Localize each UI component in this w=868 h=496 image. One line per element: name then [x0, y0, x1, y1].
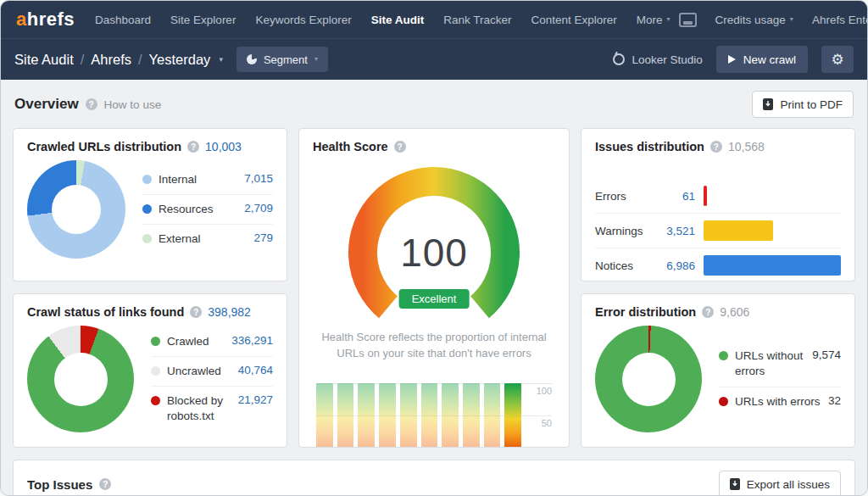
legend-item: Internal7,015: [142, 165, 273, 195]
card-health-score: Health Score ? 100: [298, 128, 570, 448]
device-icon[interactable]: [679, 13, 697, 27]
crawled-urls-legend: Internal7,015Resources2,709External279: [142, 165, 273, 254]
nav-item-credits-usage[interactable]: Credits usage▾: [715, 14, 793, 26]
legend-value[interactable]: 279: [253, 231, 273, 244]
help-icon[interactable]: ?: [710, 141, 722, 153]
legend-value: 32: [828, 394, 841, 407]
health-score-badge: Excellent: [399, 289, 470, 309]
card-title: Health Score: [313, 140, 388, 153]
issue-count[interactable]: 61: [658, 190, 695, 203]
card-title: Crawled URLs distribution: [27, 140, 181, 153]
segment-button[interactable]: Segment ▾: [236, 47, 328, 72]
print-to-pdf-label: Print to PDF: [780, 98, 843, 111]
nav-item-rank-tracker[interactable]: Rank Tracker: [443, 14, 511, 26]
nav-item-dashboard[interactable]: Dashboard: [95, 14, 151, 26]
card-title: Issues distribution: [595, 140, 704, 153]
trend-y-label: 100: [526, 386, 552, 396]
issue-bar[interactable]: [704, 186, 707, 206]
legend-label: Blocked by robots.txt: [167, 393, 231, 424]
account-menu-group: Credits usage▾Ahrefs Enterprise▾: [715, 14, 868, 26]
legend-label: Crawled: [167, 334, 225, 349]
export-document-icon: [730, 478, 740, 490]
trend-bar[interactable]: [442, 383, 459, 448]
issue-bar[interactable]: [704, 255, 841, 276]
trend-bar[interactable]: [484, 383, 501, 448]
legend-value: 9,574: [812, 348, 841, 361]
help-icon[interactable]: ?: [99, 478, 111, 490]
card-issues-distribution: Issues distribution ? 10,568 Errors61War…: [581, 128, 855, 281]
trend-bar[interactable]: [316, 383, 333, 448]
project-toolbar: Site Audit/Ahrefs/Yesterday▾ Segment ▾ L…: [1, 38, 867, 80]
legend-value[interactable]: 336,291: [231, 334, 273, 347]
breadcrumb-item[interactable]: Site Audit: [14, 52, 74, 68]
help-icon[interactable]: ?: [702, 306, 714, 318]
nav-item-label: Rank Tracker: [443, 14, 511, 26]
legend-item: URLs with errors32: [719, 387, 841, 416]
nav-item-site-explorer[interactable]: Site Explorer: [170, 14, 236, 26]
play-icon: [728, 55, 736, 64]
legend-item: Crawled336,291: [151, 327, 273, 357]
trend-bar[interactable]: [400, 383, 417, 448]
new-crawl-button[interactable]: New crawl: [716, 46, 808, 73]
health-score-gauge: 100 Excellent: [332, 164, 536, 321]
nav-item-more[interactable]: More▾: [637, 14, 670, 26]
crawled-urls-total[interactable]: 10,003: [205, 140, 242, 153]
nav-item-label: Keywords Explorer: [255, 14, 351, 26]
issue-bar-track: [704, 255, 841, 276]
error-distribution-donut-chart[interactable]: [595, 326, 702, 432]
trend-bar[interactable]: [421, 383, 438, 448]
crawled-urls-donut-chart[interactable]: [27, 160, 125, 259]
overview-cards: Crawled URLs distribution ? 10,003 Inter…: [13, 128, 855, 448]
legend-dot: [719, 397, 728, 406]
legend-label: Uncrawled: [167, 364, 231, 379]
crawl-status-donut-chart[interactable]: [27, 326, 134, 432]
pdf-document-icon: [763, 98, 773, 110]
issue-row: Notices6,986: [595, 248, 841, 281]
breadcrumb-item[interactable]: Yesterday: [149, 52, 211, 68]
card-title: Error distribution: [595, 305, 696, 319]
nav-item-label: Dashboard: [95, 14, 151, 26]
looker-studio-icon: [613, 53, 625, 65]
nav-item-content-explorer[interactable]: Content Explorer: [531, 14, 616, 26]
health-score-trend-chart[interactable]: 10 Aug14 Aug18 Aug1 Sep13 Sep100500: [316, 377, 552, 448]
help-icon[interactable]: ?: [86, 98, 97, 110]
trend-bar[interactable]: [504, 383, 521, 448]
nav-item-keywords-explorer[interactable]: Keywords Explorer: [255, 14, 351, 26]
trend-bar[interactable]: [463, 383, 480, 448]
help-icon[interactable]: ?: [190, 306, 202, 318]
nav-item-site-audit[interactable]: Site Audit: [371, 14, 425, 26]
export-all-issues-button[interactable]: Export all issues: [719, 471, 841, 496]
how-to-use-link[interactable]: How to use: [104, 98, 162, 111]
trend-bar[interactable]: [337, 383, 354, 448]
legend-dot: [142, 234, 152, 243]
legend-value[interactable]: 7,015: [244, 172, 273, 185]
legend-label: Internal: [159, 172, 237, 187]
logo-rest: hrefs: [27, 8, 75, 30]
gear-icon: ⚙: [831, 53, 843, 67]
toolbar-right: Looker Studio New crawl ⚙: [613, 46, 854, 73]
nav-item-ahrefs-enterprise[interactable]: Ahrefs Enterprise▾: [812, 14, 868, 26]
issue-row: Warnings3,521: [595, 214, 841, 248]
issue-bar[interactable]: [704, 220, 773, 241]
looker-studio-link[interactable]: Looker Studio: [613, 53, 702, 66]
settings-button[interactable]: ⚙: [821, 46, 854, 73]
crawl-status-total[interactable]: 398,982: [208, 305, 251, 319]
print-to-pdf-button[interactable]: Print to PDF: [752, 91, 854, 118]
trend-bar[interactable]: [379, 383, 396, 448]
nav-item-label: Ahrefs Enterprise: [812, 14, 868, 26]
help-icon[interactable]: ?: [187, 141, 199, 153]
issue-count[interactable]: 6,986: [658, 259, 695, 272]
legend-value[interactable]: 2,709: [244, 202, 273, 215]
legend-value[interactable]: 40,764: [238, 364, 273, 376]
breadcrumb-item[interactable]: Ahrefs: [91, 52, 131, 68]
legend-value[interactable]: 21,927: [238, 393, 273, 406]
site-audit-window: ahrefs DashboardSite ExplorerKeywords Ex…: [0, 0, 868, 496]
top-issues-title: Top Issues: [27, 477, 92, 492]
ahrefs-logo[interactable]: ahrefs: [16, 8, 75, 31]
trend-bar[interactable]: [358, 383, 375, 448]
help-icon[interactable]: ?: [394, 141, 406, 153]
issue-count[interactable]: 3,521: [658, 225, 695, 237]
nav-item-label: Site Explorer: [170, 14, 236, 26]
chevron-down-icon: ▾: [667, 16, 670, 23]
top-nav-right: Credits usage▾Ahrefs Enterprise▾: [679, 13, 868, 27]
